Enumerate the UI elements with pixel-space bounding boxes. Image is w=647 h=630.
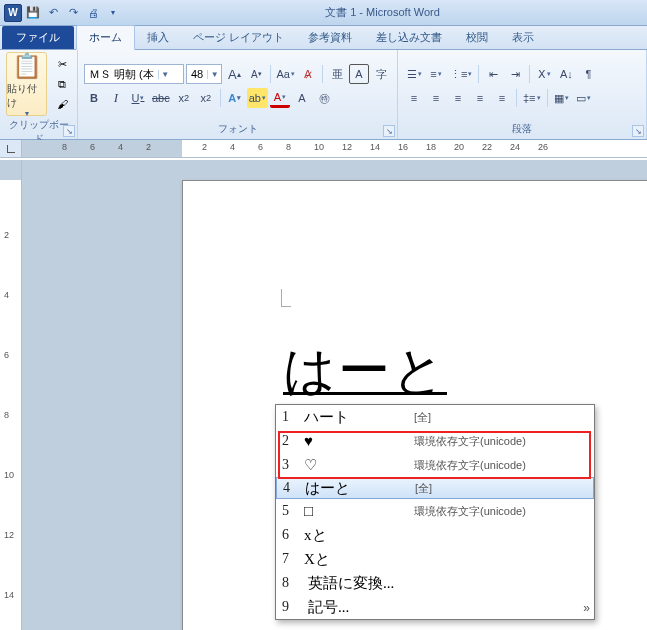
ime-candidate-row[interactable]: 1ハート[全] (276, 405, 594, 429)
change-case-button[interactable]: Aa▾ (275, 64, 296, 84)
ime-candidate-row[interactable]: 7Xと (276, 547, 594, 571)
ruler-tick: 2 (146, 142, 151, 152)
tab-insert[interactable]: 挿入 (135, 26, 181, 49)
font-name-combo[interactable]: ＭＳ 明朝 (本 ▼ (84, 64, 184, 84)
tab-view[interactable]: 表示 (500, 26, 546, 49)
char-border-button[interactable]: 字 (371, 64, 391, 84)
text-effects-button[interactable]: A▾ (225, 88, 245, 108)
bullets-button[interactable]: ☰▾ (404, 64, 424, 84)
ime-candidate-text: ♥ (304, 433, 414, 450)
strikethrough-button[interactable]: abc (150, 88, 172, 108)
borders-button[interactable]: ▭▾ (574, 88, 594, 108)
ime-candidate-row[interactable]: 3♡環境依存文字(unicode) (276, 453, 594, 477)
clear-formatting-button[interactable]: A̷ (298, 64, 318, 84)
line-spacing-button[interactable]: ‡≡▾ (521, 88, 543, 108)
format-painter-button[interactable]: 🖌 (53, 95, 71, 113)
ime-candidate-text: xと (304, 526, 414, 545)
ruler-tick: 4 (4, 290, 9, 300)
enclose-text-button[interactable]: ㊕ (314, 88, 334, 108)
ruler-tick: 16 (398, 142, 408, 152)
ime-candidate-number: 6 (282, 527, 304, 543)
align-center-button[interactable]: ≡ (426, 88, 446, 108)
ruler-tick: 6 (258, 142, 263, 152)
tab-references[interactable]: 参考資料 (296, 26, 364, 49)
paste-button[interactable]: 📋 貼り付け ▼ (6, 52, 47, 116)
ime-candidate-row[interactable]: 8英語に変換... (276, 571, 594, 595)
tab-home[interactable]: ホーム (76, 25, 135, 50)
quickprint-icon[interactable]: 🖨 (84, 4, 102, 22)
ruler-tick: 18 (426, 142, 436, 152)
align-left-button[interactable]: ≡ (404, 88, 424, 108)
ime-candidate-text: Xと (304, 550, 414, 569)
ime-candidate-number: 5 (282, 503, 304, 519)
group-clipboard: 📋 貼り付け ▼ ✂ ⧉ 🖌 クリップボード ↘ (0, 50, 78, 139)
tab-file[interactable]: ファイル (2, 26, 74, 49)
undo-icon[interactable]: ↶ (44, 4, 62, 22)
clipboard-dialog-launcher[interactable]: ↘ (63, 125, 75, 137)
chevron-down-icon[interactable]: ▼ (158, 70, 172, 79)
qat-customize-icon[interactable]: ▾ (104, 4, 122, 22)
ruler-tick: 4 (118, 142, 123, 152)
ruler-tick: 4 (230, 142, 235, 152)
title-bar: W 💾 ↶ ↷ 🖨 ▾ 文書 1 - Microsoft Word (0, 0, 647, 26)
ime-candidate-row[interactable]: 6xと (276, 523, 594, 547)
increase-indent-button[interactable]: ⇥ (505, 64, 525, 84)
grow-font-button[interactable]: A▴ (224, 64, 244, 84)
ruler-tick: 24 (510, 142, 520, 152)
enclose-char-button[interactable]: A (349, 64, 369, 84)
italic-button[interactable]: I (106, 88, 126, 108)
group-paragraph: ☰▾ ≡▾ ⋮≡▾ ⇤ ⇥ Ⅹ▾ A↓ ¶ ≡ ≡ ≡ ≡ ≡ ‡≡▾ ▦▾ (398, 50, 647, 139)
ime-candidate-text: □ (304, 503, 414, 520)
sort-button[interactable]: A↓ (556, 64, 576, 84)
font-color-button[interactable]: A▾ (270, 88, 290, 108)
tab-mailings[interactable]: 差し込み文書 (364, 26, 454, 49)
numbering-button[interactable]: ≡▾ (426, 64, 446, 84)
asian-layout-button[interactable]: Ⅹ▾ (534, 64, 554, 84)
ime-candidate-number: 7 (282, 551, 304, 567)
ime-candidate-row[interactable]: 5□環境依存文字(unicode) (276, 499, 594, 523)
paragraph-mark (281, 289, 291, 307)
font-size-value: 48 (187, 68, 207, 80)
shading-button[interactable]: ▦▾ (552, 88, 572, 108)
ime-candidate-number: 1 (282, 409, 304, 425)
ribbon: 📋 貼り付け ▼ ✂ ⧉ 🖌 クリップボード ↘ ＭＳ 明朝 (本 ▼ 48 (0, 50, 647, 140)
tab-review[interactable]: 校閲 (454, 26, 500, 49)
copy-button[interactable]: ⧉ (53, 75, 71, 93)
ruler-tick: 26 (538, 142, 548, 152)
decrease-indent-button[interactable]: ⇤ (483, 64, 503, 84)
multilevel-list-button[interactable]: ⋮≡▾ (448, 64, 474, 84)
redo-icon[interactable]: ↷ (64, 4, 82, 22)
shrink-font-button[interactable]: A▾ (246, 64, 266, 84)
word-icon: W (4, 4, 22, 22)
font-size-combo[interactable]: 48 ▼ (186, 64, 222, 84)
group-font-label: フォント (84, 120, 391, 139)
ruler-tick: 12 (4, 530, 14, 540)
ime-candidate-note: 環境依存文字(unicode) (414, 504, 594, 519)
distributed-button[interactable]: ≡ (492, 88, 512, 108)
paragraph-dialog-launcher[interactable]: ↘ (632, 125, 644, 137)
show-marks-button[interactable]: ¶ (578, 64, 598, 84)
superscript-button[interactable]: x2 (196, 88, 216, 108)
ruler-tick: 10 (4, 470, 14, 480)
chevron-down-icon[interactable]: ▼ (207, 70, 221, 79)
bold-button[interactable]: B (84, 88, 104, 108)
char-shading-button[interactable]: A (292, 88, 312, 108)
highlight-button[interactable]: ab▾ (247, 88, 268, 108)
phonetic-guide-button[interactable]: 亜 (327, 64, 347, 84)
font-dialog-launcher[interactable]: ↘ (383, 125, 395, 137)
ruler-tick: 8 (4, 410, 9, 420)
align-right-button[interactable]: ≡ (448, 88, 468, 108)
save-icon[interactable]: 💾 (24, 4, 42, 22)
justify-button[interactable]: ≡ (470, 88, 490, 108)
ime-candidate-row[interactable]: 2♥環境依存文字(unicode) (276, 429, 594, 453)
ime-candidate-text: 英語に変換... (304, 574, 414, 593)
subscript-button[interactable]: x2 (174, 88, 194, 108)
ime-candidate-row[interactable]: 9記号... (276, 595, 594, 619)
ime-candidate-number: 9 (282, 599, 304, 615)
cut-button[interactable]: ✂ (53, 55, 71, 73)
quick-access-toolbar: W 💾 ↶ ↷ 🖨 ▾ (4, 4, 122, 22)
tab-page-layout[interactable]: ページ レイアウト (181, 26, 296, 49)
expand-icon[interactable]: » (583, 601, 590, 615)
ime-candidate-row[interactable]: 4はーと[全] (276, 477, 594, 499)
underline-button[interactable]: U▾ (128, 88, 148, 108)
